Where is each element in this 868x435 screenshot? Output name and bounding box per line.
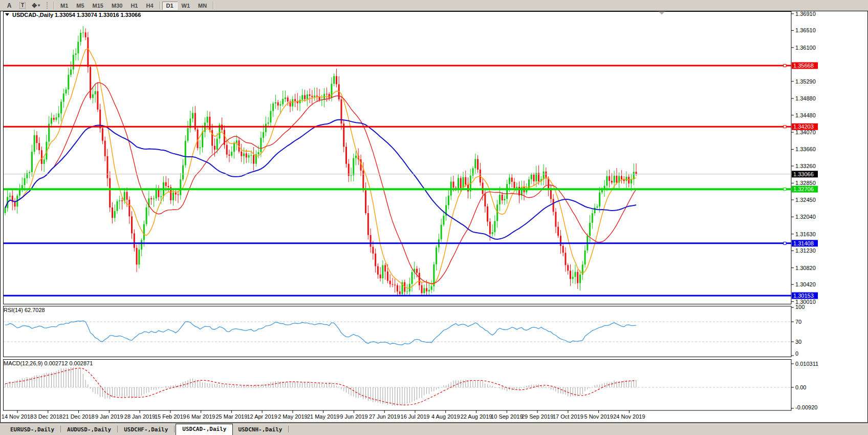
line-handle	[784, 188, 786, 191]
line-handle	[784, 242, 786, 244]
svg-text:17 Oct 2019: 17 Oct 2019	[553, 413, 583, 420]
timeframe-button-h4[interactable]: H4	[142, 2, 157, 10]
timeframe-button-w1[interactable]: W1	[178, 2, 194, 10]
svg-text:29 Sep 2019: 29 Sep 2019	[522, 413, 553, 420]
svg-text:1.32040: 1.32040	[795, 214, 816, 220]
svg-text:1.30153: 1.30153	[793, 293, 814, 299]
svg-text:1.36510: 1.36510	[795, 27, 816, 33]
timeframe-button-d1[interactable]: D1	[162, 2, 178, 10]
tab-divider	[288, 426, 289, 432]
svg-text:1.36100: 1.36100	[795, 45, 816, 51]
line-handle	[784, 126, 786, 128]
tab-usdcad[interactable]: USDCAD-,Daily	[176, 424, 233, 435]
svg-text:16 Jul 2019: 16 Jul 2019	[401, 413, 430, 420]
svg-text:2 May 2019: 2 May 2019	[278, 413, 307, 420]
macd-indicator-label: MACD(12,26,9) 0.002712 0.002871	[4, 360, 93, 366]
svg-text:22 Aug 2019: 22 Aug 2019	[461, 413, 492, 420]
arrow-tool-button[interactable]: A	[3, 1, 16, 10]
svg-text:1.33260: 1.33260	[795, 163, 816, 169]
svg-text:6 Mar 2019: 6 Mar 2019	[187, 413, 215, 420]
svg-text:1.33660: 1.33660	[795, 146, 816, 152]
toolbar-separator	[213, 2, 213, 9]
rsi-indicator-label: RSI(14) 62.7028	[4, 307, 45, 313]
generated-chart: 1.369101.365101.361001.352901.348801.344…	[1, 11, 868, 422]
svg-text:1.30420: 1.30420	[795, 281, 816, 287]
svg-text:1.34203: 1.34203	[793, 123, 814, 130]
svg-text:70: 70	[795, 319, 801, 325]
toolbar: A T ✥ ▾ M1M5M15M30H1H4D1W1MN	[0, 0, 868, 11]
svg-text:1.33066: 1.33066	[793, 171, 814, 177]
svg-text:1.32850: 1.32850	[795, 180, 816, 186]
svg-text:1.32450: 1.32450	[795, 197, 816, 203]
tab-usdchf[interactable]: USDCHF-,Daily	[119, 425, 173, 435]
svg-text:25 Mar 2019: 25 Mar 2019	[216, 413, 248, 420]
rsi-pane	[4, 306, 792, 357]
timeframe-button-m15[interactable]: M15	[89, 2, 107, 10]
tab-divider	[117, 426, 118, 432]
svg-text:1.30820: 1.30820	[795, 265, 816, 271]
svg-text:14 Nov 2018: 14 Nov 2018	[2, 413, 33, 420]
svg-text:9 Jan 2019: 9 Jan 2019	[95, 413, 123, 420]
svg-text:1.31630: 1.31630	[795, 231, 816, 237]
line-handle	[784, 65, 786, 67]
svg-text:0.00: 0.00	[795, 384, 806, 390]
svg-text:3 Dec 2018: 3 Dec 2018	[34, 413, 62, 420]
svg-text:1.31408: 1.31408	[793, 240, 814, 246]
svg-text:21 May 2019: 21 May 2019	[307, 413, 340, 420]
svg-text:0.010311: 0.010311	[795, 361, 818, 367]
svg-text:5 Nov 2019: 5 Nov 2019	[584, 413, 613, 420]
timeframe-button-m1[interactable]: M1	[56, 2, 72, 10]
main-pane	[4, 12, 792, 304]
toolbar-separator	[160, 2, 160, 9]
toolbar-separator	[54, 2, 54, 9]
svg-text:1.36910: 1.36910	[795, 11, 816, 17]
crosshair-tool-button[interactable]: ✥ ▾	[29, 1, 42, 10]
crosshair-icon: ✥	[32, 2, 37, 9]
chevron-down-icon: ▾	[38, 3, 40, 8]
timeframe-button-h1[interactable]: H1	[126, 2, 142, 10]
text-tool-button[interactable]: T	[16, 1, 29, 10]
svg-text:24 Nov 2019: 24 Nov 2019	[613, 413, 645, 420]
svg-text:21 Dec 2018: 21 Dec 2018	[62, 413, 94, 420]
svg-text:-0.00920: -0.00920	[795, 404, 817, 410]
svg-text:10 Sep 2019: 10 Sep 2019	[491, 413, 523, 420]
tab-eurusd[interactable]: EURUSD-,Daily	[5, 425, 59, 435]
svg-text:1.32706: 1.32706	[793, 186, 814, 192]
svg-text:4 Aug 2019: 4 Aug 2019	[431, 413, 460, 420]
tab-audusd[interactable]: AUDUSD-,Daily	[62, 425, 116, 435]
svg-text:28 Jan 2019: 28 Jan 2019	[124, 413, 156, 420]
svg-text:1.34880: 1.34880	[795, 95, 816, 101]
svg-text:1.35290: 1.35290	[795, 78, 816, 85]
timeframe-button-mn[interactable]: MN	[194, 2, 211, 10]
tab-divider	[60, 426, 61, 432]
timeframe-button-m30[interactable]: M30	[107, 2, 126, 10]
symbol-tabs: EURUSD-,DailyAUDUSD-,DailyUSDCHF-,DailyU…	[0, 423, 868, 435]
svg-text:1.34070: 1.34070	[795, 129, 816, 135]
svg-text:27 Jun 2019: 27 Jun 2019	[369, 413, 400, 420]
svg-text:100: 100	[795, 304, 805, 310]
svg-text:1.35668: 1.35668	[793, 63, 814, 69]
chart-canvas[interactable]: 1.369101.365101.361001.352901.348801.344…	[0, 11, 868, 423]
svg-text:9 Jun 2019: 9 Jun 2019	[340, 413, 367, 420]
toolbar-grip[interactable]	[47, 2, 49, 9]
tab-divider	[174, 426, 175, 432]
timeframe-group: M1M5M15M30H1H4D1W1MN	[52, 0, 215, 11]
chart-title: USDCAD-,Daily 1.33054 1.33074 1.33016 1.…	[12, 12, 141, 18]
svg-text:1.31230: 1.31230	[795, 247, 816, 254]
tab-usdcnh[interactable]: USDCNH-,Daily	[233, 425, 287, 435]
svg-text:15 Feb 2019: 15 Feb 2019	[155, 413, 186, 420]
svg-text:12 Apr 2019: 12 Apr 2019	[247, 413, 277, 420]
svg-text:1.34480: 1.34480	[795, 112, 816, 118]
svg-text:0: 0	[795, 350, 798, 357]
timeframe-button-m5[interactable]: M5	[72, 2, 88, 10]
text-select-icon: T	[19, 2, 26, 9]
svg-text:30: 30	[795, 339, 801, 345]
